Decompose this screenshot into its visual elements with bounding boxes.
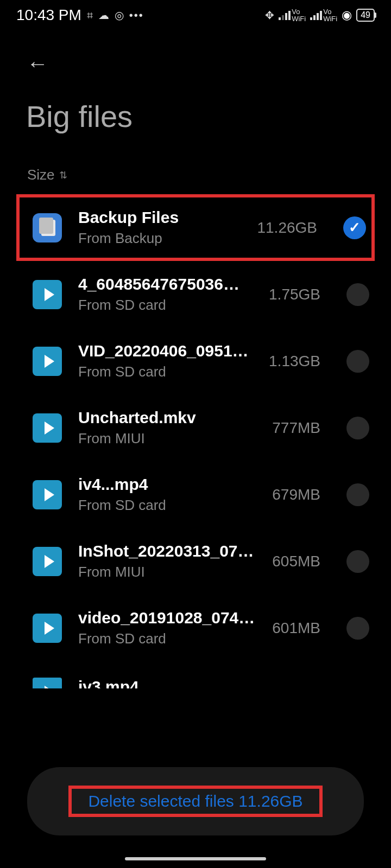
cloud-icon: ☁ xyxy=(98,9,109,22)
file-source: From SD card xyxy=(78,363,253,380)
file-name: 4_60485647675036… xyxy=(78,275,253,293)
file-checkbox[interactable] xyxy=(346,283,369,306)
file-source: From MIUI xyxy=(78,430,256,447)
signal-2: VoWiFi xyxy=(310,8,337,22)
file-size: 605MB xyxy=(272,553,320,570)
video-file-icon xyxy=(33,280,62,309)
file-info: iv3 mp4 xyxy=(78,678,369,688)
home-indicator[interactable] xyxy=(125,857,266,860)
status-left: 10:43 PM ⌗ ☁ ◎ ••• xyxy=(16,7,144,24)
file-info: iv4...mp4 From SD card xyxy=(78,475,256,514)
file-name: Backup Files xyxy=(78,208,241,227)
file-info: 4_60485647675036… From SD card xyxy=(78,275,253,314)
file-info: Uncharted.mkv From MIUI xyxy=(78,409,256,447)
file-info: video_20191028_074… From SD card xyxy=(78,609,256,647)
back-button[interactable]: ← xyxy=(24,50,51,77)
file-name: iv3 mp4 xyxy=(78,678,369,688)
sort-label: Size xyxy=(27,167,55,183)
file-name: Uncharted.mkv xyxy=(78,409,256,427)
file-row[interactable]: Backup Files From Backup 11.26GB xyxy=(16,194,375,261)
sort-icon: ⇅ xyxy=(59,169,67,181)
file-checkbox[interactable] xyxy=(346,550,369,573)
status-time: 10:43 PM xyxy=(16,7,81,24)
file-source: From SD card xyxy=(78,630,256,647)
page-title: Big files xyxy=(26,99,391,134)
file-list: Backup Files From Backup 11.26GB 4_60485… xyxy=(0,194,391,688)
delete-button[interactable]: Delete selected files 11.26GB xyxy=(68,786,322,817)
backup-file-icon xyxy=(33,213,62,242)
status-right: ✥ VoWiFi VoWiFi ◉ 49 xyxy=(265,8,375,22)
video-file-icon xyxy=(33,413,62,443)
file-size: 601MB xyxy=(272,620,320,637)
file-size: 1.13GB xyxy=(269,353,320,370)
file-checkbox[interactable] xyxy=(343,216,366,239)
file-checkbox[interactable] xyxy=(346,417,369,439)
delete-button-label: Delete selected files 11.26GB xyxy=(88,792,302,810)
file-row[interactable]: iv4...mp4 From SD card 679MB xyxy=(0,461,391,528)
video-file-icon xyxy=(33,614,62,643)
file-source: From MIUI xyxy=(78,564,256,580)
wifi-icon: ◉ xyxy=(342,8,352,22)
file-size: 777MB xyxy=(272,419,320,437)
more-notifications-icon: ••• xyxy=(129,9,144,22)
file-info: InShot_20220313_07… From MIUI xyxy=(78,542,256,580)
file-name: video_20191028_074… xyxy=(78,609,256,627)
file-row[interactable]: VID_20220406_0951… From SD card 1.13GB xyxy=(0,328,391,394)
file-size: 1.75GB xyxy=(269,286,320,303)
file-row[interactable]: Uncharted.mkv From MIUI 777MB xyxy=(0,394,391,461)
video-file-icon xyxy=(33,678,62,688)
video-file-icon xyxy=(33,547,62,576)
file-row[interactable]: 4_60485647675036… From SD card 1.75GB xyxy=(0,261,391,328)
file-size: 11.26GB xyxy=(257,219,317,237)
video-file-icon xyxy=(33,347,62,376)
file-row[interactable]: InShot_20220313_07… From MIUI 605MB xyxy=(0,528,391,595)
file-name: VID_20220406_0951… xyxy=(78,342,253,360)
file-size: 679MB xyxy=(272,486,320,503)
file-source: From SD card xyxy=(78,497,256,514)
battery-indicator: 49 xyxy=(356,9,375,22)
file-info: VID_20220406_0951… From SD card xyxy=(78,342,253,380)
instagram-icon: ◎ xyxy=(115,9,124,22)
bluetooth-icon: ✥ xyxy=(265,9,274,22)
file-source: From Backup xyxy=(78,230,241,247)
file-checkbox[interactable] xyxy=(346,483,369,506)
video-file-icon xyxy=(33,480,62,509)
sort-selector[interactable]: Size ⇅ xyxy=(27,167,391,183)
status-bar: 10:43 PM ⌗ ☁ ◎ ••• ✥ VoWiFi VoWiFi ◉ 49 xyxy=(0,0,391,28)
slack-icon: ⌗ xyxy=(87,9,93,22)
file-name: InShot_20220313_07… xyxy=(78,542,256,560)
file-source: From SD card xyxy=(78,297,253,314)
file-row[interactable]: video_20191028_074… From SD card 601MB xyxy=(0,595,391,661)
file-checkbox[interactable] xyxy=(346,617,369,640)
file-info: Backup Files From Backup xyxy=(78,208,241,247)
file-checkbox[interactable] xyxy=(346,350,369,373)
file-row-partial[interactable]: iv3 mp4 xyxy=(0,661,391,688)
back-arrow-icon: ← xyxy=(27,52,48,76)
file-name: iv4...mp4 xyxy=(78,475,256,494)
signal-1: VoWiFi xyxy=(279,8,306,22)
action-bar: Delete selected files 11.26GB xyxy=(27,767,364,835)
